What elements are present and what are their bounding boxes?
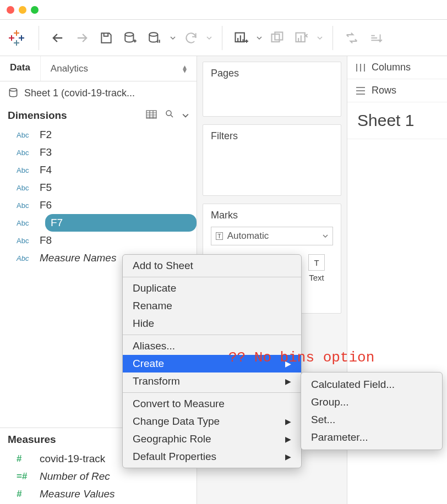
svg-rect-13 — [296, 32, 305, 41]
duplicate-sheet-button[interactable] — [266, 26, 288, 50]
marks-label: Marks — [211, 210, 333, 221]
refresh-button[interactable] — [180, 26, 202, 50]
svg-rect-12 — [275, 32, 282, 40]
sort-button[interactable] — [365, 26, 387, 50]
ctx-convert-to-measure[interactable]: Convert to Measure — [123, 395, 301, 413]
datasource-row[interactable]: Sheet 1 (covid-19-track... — [0, 81, 197, 105]
toolbar — [0, 20, 447, 56]
field-f7[interactable]: F7 — [45, 214, 197, 232]
rows-shelf[interactable]: Rows — [347, 79, 447, 102]
ctx-duplicate[interactable]: Duplicate — [123, 280, 301, 297]
dimensions-label: Dimensions — [8, 109, 67, 122]
forward-button[interactable] — [71, 26, 93, 50]
minimize-window-button[interactable] — [19, 6, 26, 14]
ctx-hide[interactable]: Hide — [123, 315, 301, 332]
close-window-button[interactable] — [7, 6, 14, 14]
field-f2[interactable]: AbcF2 — [0, 126, 197, 144]
ctx-rename[interactable]: Rename — [123, 297, 301, 315]
zoom-window-button[interactable] — [31, 6, 39, 14]
chevron-right-icon: ▶ — [285, 435, 291, 443]
ctx-label: Hide — [133, 317, 154, 330]
rows-icon — [355, 86, 366, 96]
submenu-set[interactable]: Set... — [301, 411, 442, 429]
field-label: F7 — [51, 217, 63, 229]
submenu-parameter[interactable]: Parameter... — [301, 429, 442, 446]
field-f4[interactable]: AbcF4 — [0, 161, 197, 179]
submenu-calculated-field[interactable]: Calculated Field... — [301, 376, 442, 393]
field-label: Number of Rec — [40, 470, 110, 483]
field-label: Measure Values — [40, 488, 115, 500]
pages-shelf[interactable]: Pages — [203, 62, 341, 117]
text-glyph-icon: T — [314, 258, 319, 267]
ctx-add-to-sheet[interactable]: Add to Sheet — [123, 257, 301, 275]
back-button[interactable] — [47, 26, 69, 50]
measure-number-of-records[interactable]: =#Number of Rec — [0, 468, 197, 485]
new-worksheet-dropdown[interactable] — [254, 26, 264, 50]
filters-label: Filters — [211, 130, 333, 142]
pause-dropdown[interactable] — [168, 26, 178, 50]
svg-point-16 — [166, 111, 171, 116]
abc-icon: Abc — [17, 201, 32, 210]
abc-icon: Abc — [17, 254, 32, 262]
svg-point-14 — [9, 89, 17, 91]
columns-shelf[interactable]: Columns — [347, 56, 447, 79]
ctx-transform[interactable]: Transform▶ — [123, 372, 301, 390]
ctx-label: Duplicate — [133, 282, 176, 294]
swap-button[interactable] — [341, 26, 363, 50]
ctx-label: Convert to Measure — [133, 398, 225, 410]
field-f8[interactable]: AbcF8 — [0, 232, 197, 249]
field-f3[interactable]: AbcF3 — [0, 144, 197, 161]
create-submenu: Calculated Field... Group... Set... Para… — [301, 372, 443, 450]
field-label: F8 — [40, 234, 52, 246]
field-label: F4 — [40, 164, 52, 176]
ctx-label: Add to Sheet — [133, 260, 193, 272]
user-annotation: ?? No bins option — [228, 349, 374, 366]
ctx-label: Change Data Type — [133, 415, 220, 428]
save-button[interactable] — [95, 26, 117, 50]
new-worksheet-button[interactable] — [230, 26, 252, 50]
new-datasource-button[interactable] — [119, 26, 141, 50]
chevron-right-icon: ▶ — [285, 417, 291, 426]
ctx-label: Rename — [133, 300, 172, 312]
abc-icon: Abc — [17, 184, 32, 192]
clear-dropdown[interactable] — [315, 26, 325, 50]
submenu-label: Group... — [311, 396, 349, 408]
field-f6[interactable]: AbcF6 — [0, 196, 197, 214]
filters-shelf[interactable]: Filters — [203, 124, 341, 196]
pause-autoupdate-button[interactable] — [144, 26, 166, 50]
ctx-label: Default Properties — [133, 451, 216, 463]
marks-text-button[interactable]: T Text — [300, 251, 333, 282]
rows-label: Rows — [372, 85, 396, 96]
tab-data[interactable]: Data — [0, 56, 40, 81]
clear-sheet-button[interactable] — [291, 26, 313, 50]
sheet-title[interactable]: Sheet 1 — [347, 102, 447, 139]
field-f5[interactable]: AbcF5 — [0, 179, 197, 196]
ctx-default-properties[interactable]: Default Properties▶ — [123, 448, 301, 465]
ctx-label: Aliases... — [133, 340, 175, 352]
ctx-geographic-role[interactable]: Geographic Role▶ — [123, 430, 301, 448]
view-as-table-icon[interactable] — [146, 109, 157, 122]
field-label: covid-19-track — [40, 453, 105, 465]
ctx-label: Transform — [133, 375, 180, 387]
data-pane-menu-icon[interactable] — [182, 109, 189, 122]
chevron-down-icon — [323, 233, 328, 239]
columns-icon — [355, 63, 366, 73]
submenu-group[interactable]: Group... — [301, 393, 442, 411]
refresh-dropdown[interactable] — [204, 26, 214, 50]
datasource-name: Sheet 1 (covid-19-track... — [24, 87, 135, 99]
abc-icon: Abc — [0, 219, 32, 227]
marks-type-select[interactable]: T Automatic — [211, 227, 333, 245]
submenu-label: Set... — [311, 414, 335, 426]
field-label: F5 — [40, 182, 52, 194]
field-label: F3 — [40, 146, 52, 158]
ctx-change-data-type[interactable]: Change Data Type▶ — [123, 413, 301, 430]
tab-analytics[interactable]: Analytics ▴▾ — [40, 56, 197, 81]
field-label: Measure Names — [40, 252, 116, 264]
ctx-separator — [123, 277, 301, 277]
search-field-icon[interactable] — [165, 109, 175, 122]
field-label: F6 — [40, 199, 52, 211]
hash-icon: # — [17, 453, 32, 464]
measure-values[interactable]: #Measure Values — [0, 485, 197, 503]
abc-icon: Abc — [17, 131, 32, 139]
columns-label: Columns — [372, 62, 411, 73]
